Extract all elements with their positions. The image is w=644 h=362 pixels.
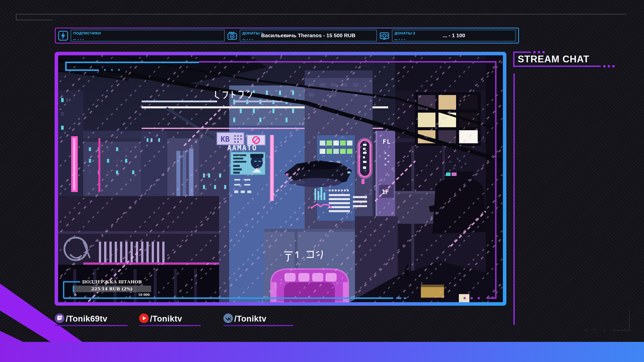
chat-dot (603, 65, 606, 67)
donations1-label: ДОНАТЫ 1 (242, 31, 263, 35)
stream-chat-title: STREAM CHAT (518, 54, 589, 65)
top-left-bracket-line (16, 14, 626, 15)
top-left-bracket-vert (16, 14, 17, 20)
donations2-label: ДОНАТЫ 2 (394, 31, 415, 35)
bottom-right-dot (585, 329, 586, 331)
youtube-handle: /Toniktv (150, 314, 182, 324)
stream-preview-frame: SIIZ KB (55, 52, 506, 306)
goal-title: ПОДДЕРЖКА ШТАНОВ (68, 279, 151, 284)
widget-dots (73, 39, 84, 40)
top-widget-bar: ПОДПИСЧИКИ ДОНАТЫ 1 Васильевичь Theranos… (55, 28, 519, 43)
donations2-money-icon (379, 30, 390, 41)
twitch-icon (55, 313, 64, 324)
social-underline (223, 325, 293, 326)
subscribers-label: ПОДПИСЧИКИ (73, 31, 101, 35)
vk-handle: /Toniktv (234, 314, 266, 324)
bottom-right-dot (604, 329, 606, 331)
donations2-widget[interactable]: ДОНАТЫ 2 ... - 1 100 (392, 30, 516, 41)
subscribers-bolt-icon (58, 30, 68, 41)
social-vk[interactable]: /Toniktv (223, 314, 293, 327)
social-underline (139, 325, 201, 326)
twitch-handle: /Tonik69tv (66, 314, 107, 324)
donations1-camera-icon (227, 30, 237, 41)
social-youtube[interactable]: /Toniktv (139, 314, 201, 327)
bottom-right-bracket-horiz (615, 330, 630, 331)
vk-icon (223, 313, 233, 324)
social-underline (55, 325, 128, 326)
chat-dot (608, 65, 610, 67)
widget-dots (242, 39, 253, 40)
chat-dot (542, 51, 545, 53)
top-left-bracket-lip (16, 20, 53, 20)
donation-goal-widget[interactable]: ПОДДЕРЖКА ШТАНОВ 225.14 RUB (2%) 0 10 00… (68, 279, 151, 297)
widget-dots (394, 39, 405, 40)
bottom-right-dot (594, 329, 596, 331)
goal-progress-fill (73, 286, 74, 292)
chat-bracket-top (513, 52, 531, 53)
bottom-gradient-band (0, 342, 644, 362)
youtube-icon (139, 313, 149, 324)
chat-column-line (513, 73, 515, 325)
goal-progress-bar: 225.14 RUB (2%) (73, 286, 151, 292)
donations1-widget[interactable]: ДОНАТЫ 1 Васильевичь Theranos - 15 500 R… (240, 30, 377, 41)
social-twitch[interactable]: /Tonik69tv (55, 314, 128, 327)
chat-dot (612, 65, 615, 67)
chat-dot (533, 51, 536, 53)
subscribers-widget[interactable]: ПОДПИСЧИКИ (71, 30, 225, 41)
chat-underline (513, 66, 601, 67)
goal-value: 225.14 RUB (2%) (91, 286, 133, 291)
chat-dot (538, 51, 540, 53)
goal-max: 10 000 (138, 293, 150, 297)
bottom-right-bracket-vert (629, 310, 630, 331)
game-scene: SIIZ KB (58, 55, 503, 302)
goal-min: 0 (74, 293, 76, 297)
bottom-right-dot (613, 329, 615, 331)
pixel-city-art: SIIZ KB (58, 55, 503, 302)
chat-bracket-left (513, 52, 514, 67)
